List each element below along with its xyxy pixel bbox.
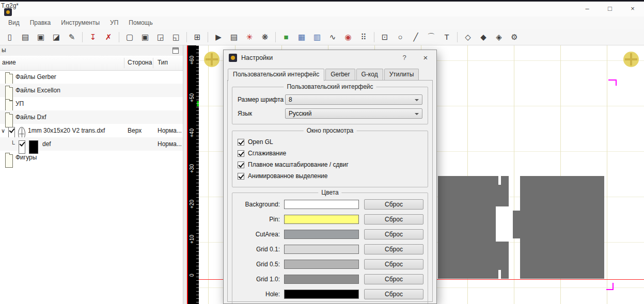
tree-row-dxf-files[interactable]: Файлы Dxf — [0, 110, 183, 124]
panel-splitter[interactable] — [183, 45, 187, 304]
part-slit — [498, 176, 501, 185]
close-file-icon[interactable]: ✗ — [101, 30, 116, 44]
circle-tool-icon[interactable]: ○ — [393, 30, 407, 44]
maximize-button[interactable]: □ — [599, 3, 621, 15]
arc-tool-icon[interactable]: ⌒ — [424, 30, 438, 44]
color-swatch-grid10[interactable] — [284, 275, 359, 284]
line-tool-icon[interactable]: ╱ — [409, 30, 423, 44]
toolbar-separator — [275, 32, 276, 42]
select-rect-icon[interactable]: ▢ — [122, 30, 137, 44]
language-select[interactable]: Русский — [285, 108, 422, 119]
simulation-ant-icon[interactable]: ❋ — [258, 30, 272, 44]
column-separator — [124, 58, 124, 68]
menu-help[interactable]: Помощь — [123, 18, 158, 28]
pin-marker-icon[interactable] — [623, 52, 639, 67]
tab-gerber[interactable]: Gerber — [325, 69, 355, 81]
zoom-selection-icon[interactable]: ◲ — [153, 30, 168, 44]
font-size-select[interactable]: 8 — [285, 94, 422, 105]
color-row-grid10: Grid 1.0: Сброс — [237, 274, 423, 284]
column-type[interactable]: Тип — [158, 59, 168, 66]
add-document-icon[interactable]: ▥ — [310, 30, 324, 44]
tree-row-excellon-files[interactable]: Файлы Excellon — [0, 84, 183, 97]
color-swatch-grid05[interactable] — [284, 260, 359, 269]
color-swatch-cutarea[interactable] — [284, 230, 359, 239]
close-button[interactable]: × — [621, 3, 644, 15]
color-swatch-hole[interactable] — [284, 290, 359, 299]
pin-marker-icon[interactable] — [204, 52, 219, 67]
reset-button-grid05[interactable]: Сброс — [364, 259, 423, 269]
part-shape-right[interactable] — [520, 176, 604, 279]
color-swatch-grid01[interactable] — [284, 245, 359, 254]
dialog-close-button[interactable]: × — [419, 52, 432, 63]
reset-button-background[interactable]: Сброс — [364, 199, 423, 210]
toolbar-separator — [186, 32, 187, 42]
tab-user-interface[interactable]: Пользовательский интерфейс — [228, 69, 324, 81]
expander-icon[interactable]: ∨ — [1, 124, 5, 137]
minimize-button[interactable]: – — [576, 3, 599, 15]
color-row-grid01: Grid 0.1: Сброс — [237, 244, 423, 254]
corner-marker-bottom — [606, 289, 614, 290]
polygon-settings-icon[interactable]: ⚙ — [507, 30, 522, 44]
tree-row-dxf-layer[interactable]: └ def Норма... — [0, 137, 183, 151]
crop-selection-icon[interactable]: ◱ — [169, 30, 183, 44]
point-tool-icon[interactable]: ⊡ — [378, 30, 392, 44]
open-file-icon[interactable]: ▤ — [18, 30, 33, 44]
color-row-hole: Hole: Сброс — [237, 289, 423, 299]
tree-row-programs[interactable]: УП — [0, 97, 183, 110]
menu-view[interactable]: Вид — [3, 18, 25, 28]
report-icon[interactable]: ▤ — [227, 30, 241, 44]
settings-tabs: Пользовательский интерфейс Gerber G-код … — [228, 69, 420, 81]
dialog-titlebar[interactable]: Настройки ? × — [224, 50, 436, 66]
ruler-label: +30 — [189, 160, 197, 178]
add-rect-blue-icon[interactable]: ▦ — [294, 30, 309, 44]
column-name[interactable]: ание — [2, 59, 16, 66]
opengl-checkbox[interactable] — [238, 139, 244, 146]
add-circle-red-icon[interactable]: ◉ — [341, 30, 355, 44]
save-as-icon[interactable]: ◪ — [49, 30, 64, 44]
reset-button-grid01[interactable]: Сброс — [364, 244, 423, 254]
reset-button-pin[interactable]: Сброс — [364, 214, 423, 225]
menu-program[interactable]: УП — [105, 18, 123, 28]
dialog-help-button[interactable]: ? — [398, 52, 411, 63]
panel-caption-bar: ы — [0, 45, 183, 56]
antialiasing-checkbox[interactable] — [238, 150, 244, 157]
add-rect-green-icon[interactable]: ■ — [279, 30, 293, 44]
tab-utilities[interactable]: Утилиты — [384, 69, 419, 81]
select-all-icon[interactable]: ▣ — [138, 30, 152, 44]
add-curve-icon[interactable]: ∿ — [325, 30, 340, 44]
animated-selection-checkbox[interactable] — [238, 173, 244, 180]
polygon-copy-icon[interactable]: ◈ — [492, 30, 506, 44]
tree-row-shapes[interactable]: Фигуры — [0, 151, 183, 164]
route-nodes-icon[interactable]: ✳ — [242, 30, 257, 44]
drill-pattern-icon[interactable]: ⠿ — [356, 30, 371, 44]
color-label: Grid 0.5: — [237, 261, 284, 268]
menu-edit[interactable]: Правка — [25, 18, 56, 28]
import-file-icon[interactable]: ↧ — [86, 30, 100, 44]
group-user-interface: Пользовательский интерфейс Размер шрифта… — [232, 87, 428, 124]
reset-button-grid10[interactable]: Сброс — [364, 274, 423, 284]
tree-row-dxf-file[interactable]: ∨ 1mm 30x15x20 V2 trans.dxf Верх Норма..… — [0, 124, 183, 137]
text-tool-icon[interactable]: T — [439, 30, 454, 44]
app-icon — [4, 8, 12, 16]
snap-grid-icon[interactable]: ⊞ — [190, 30, 205, 44]
float-panel-icon[interactable] — [172, 47, 179, 54]
color-swatch-background[interactable] — [284, 200, 359, 209]
color-label: Pin: — [237, 216, 284, 223]
polygon-merge-icon[interactable]: ◇ — [461, 30, 475, 44]
tree-row-gerber-files[interactable]: Файлы Gerber — [0, 70, 183, 84]
menu-tools[interactable]: Инструменты — [56, 18, 105, 28]
column-side[interactable]: Сторона — [128, 59, 152, 66]
reset-button-cutarea[interactable]: Сброс — [364, 229, 423, 239]
new-file-icon[interactable]: ▯ — [3, 30, 17, 44]
tree-item-label: Файлы Excellon — [15, 84, 60, 97]
run-simulation-icon[interactable]: ▶ — [211, 30, 226, 44]
edit-file-icon[interactable]: ✎ — [65, 30, 79, 44]
save-file-icon[interactable]: ▣ — [34, 30, 48, 44]
panel-caption: ы — [2, 46, 6, 54]
tab-gcode[interactable]: G-код — [356, 69, 383, 81]
polygon-rotate-icon[interactable]: ◆ — [476, 30, 491, 44]
color-swatch-pin[interactable] — [284, 215, 359, 224]
menubar: Вид Правка Инструменты УП Помощь — [0, 17, 644, 29]
reset-button-hole[interactable]: Сброс — [364, 289, 423, 299]
smooth-zoom-checkbox[interactable] — [238, 162, 244, 168]
